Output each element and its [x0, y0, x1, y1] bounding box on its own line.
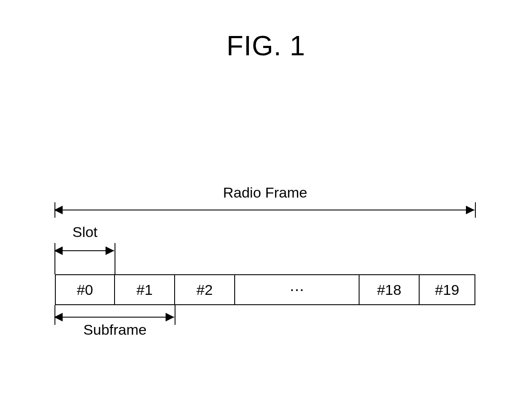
dimension-arrows [55, 184, 475, 343]
figure-title: FIG. 1 [0, 30, 532, 62]
